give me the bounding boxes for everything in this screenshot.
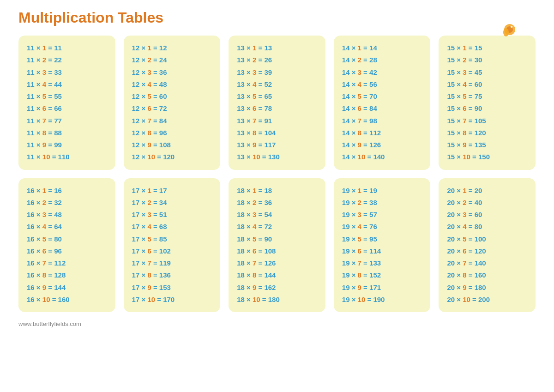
equals-symbol: = [467,92,475,100]
equals-symbol: = [50,296,58,303]
product: 114 [369,247,381,255]
multiplicand: 19 [342,296,350,303]
multiplicand: 14 [342,153,350,161]
product: 38 [369,199,377,206]
table-row: 11 × 6 = 66 [27,103,107,115]
table-row: 19 × 6 = 114 [342,245,422,257]
equals-symbol: = [467,141,475,149]
times-symbol: × [245,129,253,137]
table-row: 15 × 2 = 30 [447,54,527,66]
equals-symbol: = [361,117,369,125]
multiplicand: 11 [27,56,35,64]
multiplicand: 13 [237,117,245,125]
product: 133 [369,259,381,267]
times-symbol: × [35,199,42,206]
table-row: 20 × 5 = 100 [447,233,527,245]
table-row: 16 × 1 = 16 [27,185,107,197]
product: 80 [54,235,62,243]
equals-symbol: = [256,68,264,76]
product: 78 [264,104,272,112]
multiplier: 10 [358,153,366,161]
table-row: 14 × 3 = 42 [342,66,422,78]
table-row: 12 × 2 = 24 [132,54,212,66]
times-symbol: × [349,44,357,52]
times-symbol: × [139,153,147,161]
multiplicand: 12 [132,141,140,149]
times-symbol: × [139,187,147,194]
multiplicand: 13 [237,129,245,137]
multiplier: 5 [463,235,466,243]
multiplicand: 15 [447,153,455,161]
table-row: 19 × 1 = 19 [342,185,422,197]
times-symbol: × [245,235,253,243]
equals-symbol: = [151,44,159,52]
multiplicand: 13 [237,141,245,149]
table-card-18: 18 × 1 = 1818 × 2 = 3618 × 3 = 5418 × 4 … [229,178,325,313]
product: 120 [163,153,175,161]
multiplier: 1 [147,187,151,194]
times-symbol: × [245,283,253,291]
product: 112 [369,129,381,137]
equals-symbol: = [155,296,163,303]
times-symbol: × [455,117,463,125]
equals-symbol: = [256,92,264,100]
table-row: 14 × 6 = 84 [342,103,422,115]
product: 105 [475,117,486,125]
times-symbol: × [35,187,42,194]
multiplier: 1 [147,44,151,52]
table-row: 12 × 8 = 96 [132,127,212,139]
multiplicand: 13 [237,92,245,100]
table-row: 16 × 10 = 160 [27,294,107,306]
product: 200 [478,296,490,303]
product: 144 [54,283,66,291]
product: 18 [264,187,272,194]
equals-symbol: = [256,56,264,64]
multiplier: 3 [147,68,151,76]
equals-symbol: = [361,44,369,52]
table-row: 18 × 7 = 126 [237,257,317,269]
multiplicand: 17 [132,247,140,255]
multiplier: 2 [463,56,466,64]
table-row: 18 × 5 = 90 [237,233,317,245]
table-row: 17 × 9 = 153 [132,282,212,294]
product: 16 [54,187,62,194]
times-symbol: × [245,187,253,194]
product: 98 [369,117,377,125]
multiplier: 5 [463,92,466,100]
times-symbol: × [245,223,253,230]
equals-symbol: = [361,259,369,267]
multiplier: 10 [463,296,470,303]
product: 45 [475,68,482,76]
times-symbol: × [455,153,463,161]
equals-symbol: = [361,141,369,149]
table-row: 11 × 9 = 99 [27,139,107,151]
multiplier: 2 [42,56,46,64]
product: 104 [264,129,276,137]
multiplicand: 16 [27,259,35,267]
table-row: 19 × 2 = 38 [342,197,422,209]
times-symbol: × [139,92,147,100]
multiplicand: 14 [342,68,350,76]
multiplier: 1 [463,44,466,52]
multiplicand: 12 [132,56,140,64]
table-row: 20 × 9 = 180 [447,282,527,294]
times-symbol: × [455,92,463,100]
multiplicand: 15 [447,104,455,112]
multiplier: 7 [147,117,151,125]
product: 180 [268,296,280,303]
multiplicand: 18 [237,259,245,267]
multiplier: 1 [463,187,466,194]
table-row: 12 × 9 = 108 [132,139,212,151]
table-row: 13 × 5 = 65 [237,90,317,103]
product: 36 [159,68,167,76]
product: 75 [475,92,482,100]
times-symbol: × [35,117,42,125]
table-row: 19 × 10 = 190 [342,294,422,306]
equals-symbol: = [256,271,264,279]
product: 26 [264,56,272,64]
times-symbol: × [139,104,147,112]
equals-symbol: = [256,199,264,206]
product: 136 [159,271,171,279]
times-symbol: × [455,56,463,64]
multiplier: 9 [147,283,151,291]
